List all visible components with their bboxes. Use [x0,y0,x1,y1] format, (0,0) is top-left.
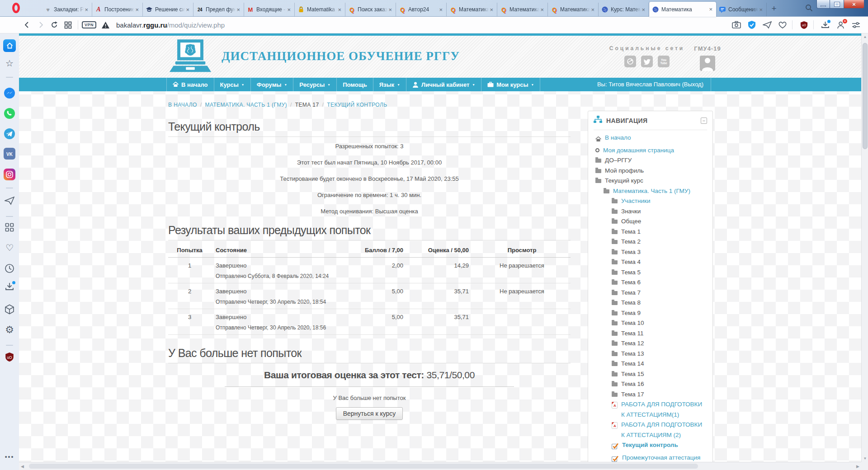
new-tab-button[interactable]: + [769,3,779,14]
heart-icon[interactable]: ♡ [0,243,19,252]
more-dots-icon[interactable]: ••• [0,453,19,461]
logged-in-user[interactable]: Вы: Титов Вячеслав Павлович (Выход) [597,78,711,91]
browser-tab[interactable]: Matematika× [295,3,345,16]
browser-tab[interactable]: Курс: Матем× [599,3,649,16]
downloads-icon[interactable] [820,19,830,30]
social-twitter-icon[interactable] [641,56,653,67]
tab-close-icon[interactable]: × [337,6,342,13]
speed-dial-home-icon[interactable] [0,39,19,52]
navbar-item[interactable]: Личный кабинет▼ [406,78,481,91]
breadcrumb-item[interactable]: МАТЕМАТИКА. ЧАСТЬ 1 (ГМУ) [205,102,287,108]
scroll-up-icon[interactable]: ▲ [862,35,868,39]
back-icon[interactable] [22,19,33,30]
forward-icon[interactable] [35,19,46,30]
nav-tree-item[interactable]: Тема 13 [594,349,707,359]
easy-setup-sliders-icon[interactable] [850,19,861,30]
nav-tree-item[interactable]: Тема 3 [594,247,707,258]
tab-close-icon[interactable]: × [489,6,494,13]
nav-tree-item[interactable]: Тема 4 [594,257,707,268]
breadcrumb-item[interactable]: ТЕКУЩИЙ КОНТРОЛЬ [327,102,387,108]
browser-tab[interactable]: Математика× [649,2,716,17]
nav-tree-item[interactable]: Тема 10 [594,318,707,329]
browser-tab[interactable]: QМатематика× [447,3,497,16]
nav-tree-item[interactable]: Текущий контроль [594,440,707,453]
nav-tree-item[interactable]: Тема 15 [594,369,707,380]
social-globe-icon[interactable] [624,56,636,67]
nav-tree-item[interactable]: Тема 7 [594,288,707,298]
nav-tree-item[interactable]: Тема 14 [594,359,707,369]
site-warning-icon[interactable] [100,19,111,30]
vertical-scrollbar[interactable]: ▲ ▼ [861,33,868,462]
nav-tree-item[interactable]: Тема 11 [594,329,707,339]
nav-tree-item[interactable]: Тема 5 [594,268,707,278]
tab-search-icon[interactable] [805,4,813,14]
url-text[interactable]: bakalavr.rggu.ru/mod/quiz/view.php [116,21,225,29]
opera-logo-icon[interactable] [12,3,20,13]
tab-close-icon[interactable]: × [438,6,443,13]
navbar-item[interactable]: Форумы▼ [251,78,294,91]
speed-dial-grid-icon[interactable] [62,19,73,30]
send-to-flow-icon[interactable] [762,19,773,30]
scroll-down-icon[interactable]: ▼ [862,456,868,461]
close-window-icon[interactable]: × [844,0,864,9]
nav-tree-item[interactable]: Тема 17 [594,390,707,400]
nav-tree-item[interactable]: Моя домашняя страница [594,146,707,156]
browser-tab[interactable]: Сообщения× [716,3,767,16]
browser-tab[interactable]: 24Предел фун× [193,3,244,16]
reload-icon[interactable] [49,19,60,30]
horizontal-scroll-thumb[interactable] [29,464,698,469]
nav-tree-item[interactable]: Тема 6 [594,277,707,288]
browser-tab[interactable]: QМатематика× [548,3,599,16]
tab-close-icon[interactable]: × [590,6,595,13]
nav-tree-item[interactable]: ДО–РГГУ [594,155,707,166]
scroll-right-icon[interactable]: ▶ [856,464,859,469]
horizontal-scrollbar[interactable]: ◀ ▶ [19,462,861,470]
downloads-icon[interactable] [0,282,19,291]
tab-close-icon[interactable]: × [641,6,646,13]
flow-paperplane-icon[interactable] [0,196,19,205]
nav-tree-item[interactable]: AРАБОТА ДЛЯ ПОДГОТОВКИ К АТТЕСТАЦИЯМ (2) [594,420,707,440]
tab-close-icon[interactable]: × [387,6,393,13]
profile-icon[interactable]: × [835,19,846,30]
browser-tab[interactable]: QАвтор24× [396,3,447,16]
tab-close-icon[interactable]: × [708,6,713,13]
bookmarks-star-icon[interactable]: ☆ [0,59,19,68]
instagram-icon[interactable] [0,169,19,180]
whatsapp-icon[interactable] [0,108,19,119]
browser-tab[interactable]: АПостроение× [92,3,143,16]
collapse-block-icon[interactable]: − [701,118,707,124]
settings-gear-icon[interactable]: ⚙ [0,325,19,335]
user-avatar[interactable] [700,56,715,71]
navbar-item[interactable]: Курсы▼ [214,78,251,91]
tab-close-icon[interactable]: × [236,6,241,13]
tile-grid-icon[interactable] [0,223,19,232]
tab-close-icon[interactable]: × [84,6,89,13]
nav-tree-item[interactable]: Тема 12 [594,338,707,349]
maximize-window-icon[interactable] [830,0,844,9]
navbar-item[interactable]: Помощь [337,78,373,91]
browser-tab[interactable]: QПоиск заказ× [345,3,396,16]
tab-close-icon[interactable]: × [286,6,292,13]
telegram-icon[interactable] [0,128,19,140]
nav-tree-item[interactable]: Тема 8 [594,298,707,308]
navbar-item[interactable]: В начало [166,78,214,91]
nav-tree-item[interactable]: Текущий курс [594,176,707,186]
nav-tree-item[interactable]: Математика. Часть 1 (ГМУ) [594,186,707,197]
nav-tree-item[interactable]: Тема 9 [594,308,707,319]
tab-close-icon[interactable]: × [134,6,140,13]
nav-tree-item[interactable]: Тема 16 [594,379,707,390]
snapshot-camera-icon[interactable] [731,19,742,30]
site-logo-laptop-brain[interactable] [168,39,212,77]
browser-tab[interactable]: MВходящие -× [244,3,295,16]
scroll-left-icon[interactable]: ◀ [21,464,24,469]
tab-close-icon[interactable]: × [758,6,764,13]
vk-icon[interactable]: VK [0,148,19,160]
extensions-cube-icon[interactable] [0,304,19,315]
minimize-window-icon[interactable] [816,0,830,9]
nav-tree-item[interactable]: Мой профиль [594,166,707,176]
history-clock-icon[interactable] [0,263,19,273]
back-to-course-button[interactable]: Вернуться к курсу [336,407,403,420]
nav-tree-item[interactable]: В начало [594,133,707,146]
nav-tree-item[interactable]: Тема 1 [594,227,707,237]
social-youtube-icon[interactable]: YouTube [658,56,670,67]
